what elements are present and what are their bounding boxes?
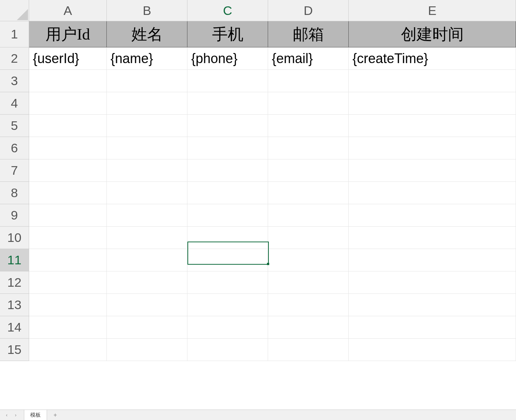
row-header-4[interactable]: 4: [0, 92, 29, 115]
cell-B3[interactable]: [107, 70, 187, 92]
cell-A8[interactable]: [29, 182, 107, 204]
cell-E9[interactable]: [349, 204, 516, 227]
row-header-3[interactable]: 3: [0, 70, 29, 92]
cell-C12[interactable]: [187, 271, 268, 294]
cell-E10[interactable]: [349, 227, 516, 249]
cell-E1[interactable]: 创建时间: [349, 21, 516, 47]
cell-A1[interactable]: 用户Id: [29, 21, 107, 47]
cell-A12[interactable]: [29, 271, 107, 294]
cell-C10[interactable]: [187, 227, 268, 249]
cell-A15[interactable]: [29, 339, 107, 361]
cell-D5[interactable]: [268, 115, 349, 137]
cell-E15[interactable]: [349, 339, 516, 361]
cell-D12[interactable]: [268, 271, 349, 294]
cell-E2[interactable]: {createTime}: [349, 47, 516, 70]
row-header-8[interactable]: 8: [0, 182, 29, 204]
col-header-C[interactable]: C: [187, 0, 268, 21]
cell-E6[interactable]: [349, 137, 516, 159]
cell-B12[interactable]: [107, 271, 187, 294]
cell-E7[interactable]: [349, 159, 516, 182]
select-all-corner[interactable]: [0, 0, 29, 21]
cell-E8[interactable]: [349, 182, 516, 204]
cell-E3[interactable]: [349, 70, 516, 92]
cell-D3[interactable]: [268, 70, 349, 92]
cell-B13[interactable]: [107, 294, 187, 316]
cell-C2[interactable]: {phone}: [187, 47, 268, 70]
cell-A6[interactable]: [29, 137, 107, 159]
row-header-1[interactable]: 1: [0, 21, 29, 47]
cell-B9[interactable]: [107, 204, 187, 227]
row-header-9[interactable]: 9: [0, 204, 29, 227]
cell-B1[interactable]: 姓名: [107, 21, 187, 47]
cell-A5[interactable]: [29, 115, 107, 137]
cell-A2[interactable]: {userId}: [29, 47, 107, 70]
cell-D10[interactable]: [268, 227, 349, 249]
cell-E5[interactable]: [349, 115, 516, 137]
cell-C3[interactable]: [187, 70, 268, 92]
sheet-nav-prev[interactable]: ‹: [3, 411, 10, 419]
cell-D7[interactable]: [268, 159, 349, 182]
cell-E14[interactable]: [349, 316, 516, 339]
cell-E12[interactable]: [349, 271, 516, 294]
cell-E4[interactable]: [349, 92, 516, 115]
cell-D4[interactable]: [268, 92, 349, 115]
cell-A10[interactable]: [29, 227, 107, 249]
cell-D9[interactable]: [268, 204, 349, 227]
cell-A7[interactable]: [29, 159, 107, 182]
cell-C4[interactable]: [187, 92, 268, 115]
cell-D6[interactable]: [268, 137, 349, 159]
row-header-10[interactable]: 10: [0, 227, 29, 249]
cell-C13[interactable]: [187, 294, 268, 316]
cell-D8[interactable]: [268, 182, 349, 204]
cell-B5[interactable]: [107, 115, 187, 137]
cell-A13[interactable]: [29, 294, 107, 316]
add-sheet-button[interactable]: +: [50, 410, 60, 420]
cell-D11[interactable]: [268, 249, 349, 271]
cell-C8[interactable]: [187, 182, 268, 204]
cell-D13[interactable]: [268, 294, 349, 316]
cell-C6[interactable]: [187, 137, 268, 159]
sheet-tab-template[interactable]: 模板: [24, 410, 47, 420]
cell-C5[interactable]: [187, 115, 268, 137]
cell-D1[interactable]: 邮箱: [268, 21, 349, 47]
cell-A14[interactable]: [29, 316, 107, 339]
col-header-A[interactable]: A: [29, 0, 107, 21]
sheet-nav-next[interactable]: ›: [12, 411, 19, 419]
cell-B8[interactable]: [107, 182, 187, 204]
cell-C1[interactable]: 手机: [187, 21, 268, 47]
row-header-13[interactable]: 13: [0, 294, 29, 316]
cell-C14[interactable]: [187, 316, 268, 339]
cell-A9[interactable]: [29, 204, 107, 227]
cell-C7[interactable]: [187, 159, 268, 182]
row-header-7[interactable]: 7: [0, 159, 29, 182]
col-header-E[interactable]: E: [349, 0, 516, 21]
cell-D14[interactable]: [268, 316, 349, 339]
row-header-15[interactable]: 15: [0, 339, 29, 361]
cell-B7[interactable]: [107, 159, 187, 182]
cell-A11[interactable]: [29, 249, 107, 271]
col-header-D[interactable]: D: [268, 0, 349, 21]
cell-D15[interactable]: [268, 339, 349, 361]
cell-E13[interactable]: [349, 294, 516, 316]
cell-D2[interactable]: {email}: [268, 47, 349, 70]
row-header-11[interactable]: 11: [0, 249, 29, 271]
cell-B14[interactable]: [107, 316, 187, 339]
row-header-14[interactable]: 14: [0, 316, 29, 339]
cell-B4[interactable]: [107, 92, 187, 115]
row-header-12[interactable]: 12: [0, 271, 29, 294]
cell-B15[interactable]: [107, 339, 187, 361]
cell-B10[interactable]: [107, 227, 187, 249]
cell-C11[interactable]: [187, 249, 268, 271]
cell-C15[interactable]: [187, 339, 268, 361]
cell-A4[interactable]: [29, 92, 107, 115]
row-header-2[interactable]: 2: [0, 47, 29, 70]
cell-A3[interactable]: [29, 70, 107, 92]
row-header-6[interactable]: 6: [0, 137, 29, 159]
col-header-B[interactable]: B: [107, 0, 187, 21]
cell-C9[interactable]: [187, 204, 268, 227]
row-header-5[interactable]: 5: [0, 115, 29, 137]
cell-B2[interactable]: {name}: [107, 47, 187, 70]
cell-E11[interactable]: [349, 249, 516, 271]
cell-B11[interactable]: [107, 249, 187, 271]
cell-B6[interactable]: [107, 137, 187, 159]
